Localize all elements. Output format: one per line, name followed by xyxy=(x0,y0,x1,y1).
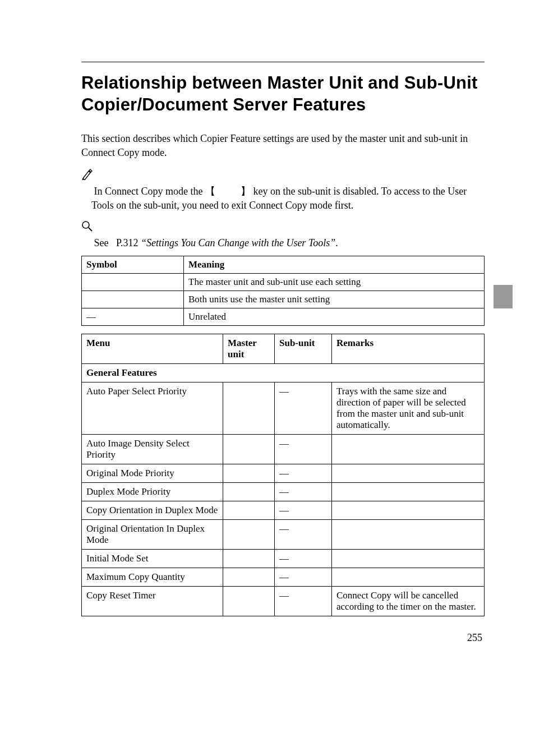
meaning-cell: Both units use the master unit setting xyxy=(184,291,485,308)
note-text: In Connect Copy mode the 【 】 key on the … xyxy=(91,185,485,213)
remarks-cell xyxy=(332,550,485,568)
master-cell xyxy=(223,520,275,550)
table-row: The master unit and sub-unit use each se… xyxy=(82,274,485,291)
menu-cell: Copy Orientation in Duplex Mode xyxy=(82,501,223,520)
symbol-header-meaning: Meaning xyxy=(184,256,485,274)
ref-page: P.312 xyxy=(116,237,141,248)
intro-paragraph: This section describes which Copier Feat… xyxy=(81,132,485,160)
subunit-cell: — xyxy=(275,382,332,435)
symbol-cell xyxy=(82,274,184,291)
menu-header-remarks: Remarks xyxy=(332,334,485,364)
note-pre: In Connect Copy mode the xyxy=(94,186,205,197)
remarks-cell xyxy=(332,435,485,464)
table-row: Maximum Copy Quantity — xyxy=(82,568,485,587)
subunit-cell: — xyxy=(275,568,332,587)
table-row: Auto Image Density Select Priority — xyxy=(82,435,485,464)
master-cell xyxy=(223,550,275,568)
table-row: Original Mode Priority — xyxy=(82,464,485,483)
section-label: General Features xyxy=(82,364,485,382)
symbol-cell xyxy=(82,291,184,308)
remarks-cell xyxy=(332,464,485,483)
meaning-cell: Unrelated xyxy=(184,308,485,326)
symbol-table: Symbol Meaning The master unit and sub-u… xyxy=(81,256,485,326)
table-row: Auto Paper Select Priority — Trays with … xyxy=(82,382,485,435)
master-cell xyxy=(223,568,275,587)
key-open-bracket: 【 xyxy=(205,186,215,197)
svg-point-0 xyxy=(82,222,89,228)
remarks-cell xyxy=(332,501,485,520)
master-cell xyxy=(223,587,275,616)
menu-cell: Original Mode Priority xyxy=(82,464,223,483)
remarks-cell: Connect Copy will be cancelled according… xyxy=(332,587,485,616)
menu-header-subunit: Sub-unit xyxy=(275,334,332,364)
side-tab xyxy=(494,285,513,308)
top-rule xyxy=(81,62,485,62)
ref-post: . xyxy=(335,237,338,248)
subunit-cell: — xyxy=(275,435,332,464)
table-row: Copy Reset Timer — Connect Copy will be … xyxy=(82,587,485,616)
menu-cell: Maximum Copy Quantity xyxy=(82,568,223,587)
menu-cell: Initial Mode Set xyxy=(82,550,223,568)
table-row: Initial Mode Set — xyxy=(82,550,485,568)
svg-line-1 xyxy=(89,228,92,231)
menu-cell: Duplex Mode Priority xyxy=(82,483,223,501)
menu-cell: Original Orientation In Duplex Mode xyxy=(82,520,223,550)
ref-italic: “Settings You Can Change with the User T… xyxy=(141,237,335,248)
reference-icon xyxy=(81,220,93,232)
menu-cell: Auto Image Density Select Priority xyxy=(82,435,223,464)
key-close-bracket: 】 xyxy=(241,186,251,197)
section-row: General Features xyxy=(82,364,485,382)
symbol-header-symbol: Symbol xyxy=(82,256,184,274)
menu-header-master: Master unit xyxy=(223,334,275,364)
remarks-cell xyxy=(332,483,485,501)
reference-text: See P.312 “Settings You Can Change with … xyxy=(91,236,485,250)
page-title: Relationship between Master Unit and Sub… xyxy=(81,72,485,116)
master-cell xyxy=(223,435,275,464)
remarks-cell: Trays with the same size and direction o… xyxy=(332,382,485,435)
subunit-cell: — xyxy=(275,587,332,616)
meaning-cell: The master unit and sub-unit use each se… xyxy=(184,274,485,291)
page-number: 255 xyxy=(81,632,485,644)
master-cell xyxy=(223,501,275,520)
menu-cell: Auto Paper Select Priority xyxy=(82,382,223,435)
table-row: Duplex Mode Priority — xyxy=(82,483,485,501)
table-row: — Unrelated xyxy=(82,308,485,326)
master-cell xyxy=(223,382,275,435)
master-cell xyxy=(223,464,275,483)
table-row: Both units use the master unit setting xyxy=(82,291,485,308)
subunit-cell: — xyxy=(275,464,332,483)
table-row: Copy Orientation in Duplex Mode — xyxy=(82,501,485,520)
subunit-cell: — xyxy=(275,483,332,501)
subunit-cell: — xyxy=(275,520,332,550)
ref-pre: See xyxy=(94,237,112,248)
menu-cell: Copy Reset Timer xyxy=(82,587,223,616)
page-content: Relationship between Master Unit and Sub… xyxy=(0,0,535,666)
menu-table: Menu Master unit Sub-unit Remarks Genera… xyxy=(81,334,485,616)
subunit-cell: — xyxy=(275,550,332,568)
symbol-cell: — xyxy=(82,308,184,326)
note-icon xyxy=(81,169,93,180)
remarks-cell xyxy=(332,568,485,587)
subunit-cell: — xyxy=(275,501,332,520)
remarks-cell xyxy=(332,520,485,550)
menu-header-menu: Menu xyxy=(82,334,223,364)
master-cell xyxy=(223,483,275,501)
table-row: Original Orientation In Duplex Mode — xyxy=(82,520,485,550)
